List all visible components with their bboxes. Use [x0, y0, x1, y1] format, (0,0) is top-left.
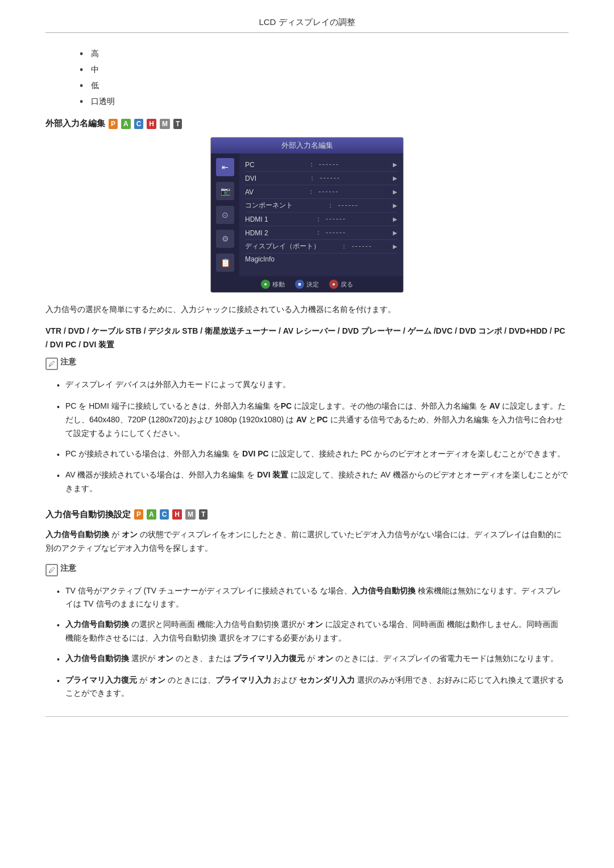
- bullet-item-2: • PC を HDMI 端子に接続しているときは、外部入力名編集 をPC に設定…: [57, 400, 569, 440]
- osd-icon-2: 📷: [216, 182, 234, 200]
- page-title: LCD ディスプレイの調整: [45, 17, 569, 33]
- osd-icon-1: ⇤: [216, 158, 234, 176]
- osd-body: ⇤ 📷 ⊙ ⚙ 📋 PC ： ------ ▶ DVI ： ------ ▶: [211, 153, 403, 276]
- section2-body-text: 入力信号自動切換 が オン の状態でディスプレイをオンにしたとき、前に選択してい…: [45, 528, 569, 555]
- section2-note: 🖊 注意: [45, 563, 569, 576]
- section1-bold-text: VTR / DVD / ケーブル STB / デジタル STB / 衛星放送チュ…: [45, 325, 569, 352]
- list-item: • 口透明: [80, 97, 569, 107]
- osd-footer-icon-green: ●: [261, 280, 270, 289]
- section1-heading: 外部入力名編集 P A C H M T: [45, 118, 569, 129]
- osd-footer-move: ● 移動: [261, 280, 285, 289]
- bullet-mark: •: [57, 448, 60, 462]
- note-icon: 🖊: [45, 358, 58, 370]
- bullet-item-4: • AV 機器が接続されている場合は、外部入力名編集 を DVI 装置 に設定し…: [57, 468, 569, 496]
- osd-row-pc: PC ： ------ ▶: [245, 158, 397, 172]
- osd-row-av: AV ： ------ ▶: [245, 185, 397, 199]
- osd-footer-icon-red: ●: [329, 280, 338, 289]
- osd-footer-icon-blue: ■: [295, 280, 304, 289]
- badge2-m: M: [185, 509, 196, 520]
- bullet-mark: •: [57, 585, 60, 599]
- bullet-mark: •: [57, 401, 60, 414]
- osd-icon-4: ⚙: [216, 230, 234, 248]
- bullet-mark: •: [57, 619, 60, 633]
- section1-body-text: 入力信号の選択を簡単にするために、入力ジャックに接続されている入力機器に名前を付…: [45, 303, 569, 317]
- bullet-dot: •: [80, 81, 83, 91]
- osd-screenshot: 外部入力名編集 ⇤ 📷 ⊙ ⚙ 📋 PC ： ------ ▶ DVI ： --…: [210, 137, 404, 293]
- badge2-c: C: [160, 509, 169, 520]
- top-bullet-list: • 高 • 中 • 低 • 口透明: [80, 49, 569, 107]
- bullet-dot: •: [80, 65, 83, 75]
- bullet-mark: •: [57, 379, 60, 393]
- section1-bullets: • ディスプレイ デバイスは外部入力モードによって異なります。 • PC を H…: [57, 378, 569, 496]
- osd-row-component: コンポーネント ： ------ ▶: [245, 199, 397, 213]
- osd-footer: ● 移動 ■ 決定 ● 戻る: [211, 276, 403, 292]
- bullet-mark: •: [57, 470, 60, 483]
- osd-row-magicinfo: MagicInfo: [245, 254, 397, 265]
- badge2-a: A: [147, 509, 156, 520]
- bullet-dot: •: [80, 97, 83, 107]
- badge2-t: T: [199, 509, 208, 520]
- osd-title-bar: 外部入力名編集: [211, 138, 403, 153]
- osd-icon-3: ⊙: [216, 206, 234, 224]
- s2-bullet-1: • TV 信号がアクティブ (TV チューナーがディスプレイに接続されている な…: [57, 584, 569, 612]
- osd-sidebar: ⇤ 📷 ⊙ ⚙ 📋: [211, 153, 239, 276]
- badge-t: T: [173, 119, 182, 129]
- s2-bullet-3: • 入力信号自動切換 選択が オン のとき、または プライマリ入力復元 が オン…: [57, 652, 569, 667]
- section2-bullets: • TV 信号がアクティブ (TV チューナーがディスプレイに接続されている な…: [57, 584, 569, 701]
- note-label-2: 注意: [60, 563, 76, 574]
- section2-heading: 入力信号自動切換設定 P A C H M T: [45, 509, 569, 520]
- section1-note: 🖊 注意: [45, 357, 569, 370]
- badge2-h: H: [172, 509, 182, 520]
- list-item: • 低: [80, 81, 569, 91]
- list-item: • 中: [80, 65, 569, 75]
- badge-c: C: [134, 119, 144, 129]
- badge-a: A: [121, 119, 131, 129]
- osd-footer-confirm: ■ 決定: [295, 280, 319, 289]
- osd-icon-5: 📋: [216, 254, 234, 272]
- list-item: • 高: [80, 49, 569, 59]
- badge-h: H: [147, 119, 156, 129]
- badge2-p: P: [134, 509, 143, 520]
- badge-m: M: [160, 119, 170, 129]
- section2-heading-text: 入力信号自動切換設定: [45, 509, 131, 520]
- osd-row-hdmi1: HDMI 1 ： ------ ▶: [245, 213, 397, 226]
- bullet-text: 中: [91, 65, 99, 75]
- s2-bullet-2: • 入力信号自動切換 の選択と同時画面 機能:入力信号自動切換 選択が オン に…: [57, 618, 569, 645]
- osd-footer-back: ● 戻る: [329, 280, 353, 289]
- osd-row-dvi: DVI ： ------ ▶: [245, 172, 397, 185]
- osd-row-hdmi2: HDMI 2 ： ------ ▶: [245, 226, 397, 240]
- badge-p: P: [109, 119, 118, 129]
- bullet-text: 低: [91, 81, 99, 91]
- bullet-item-3: • PC が接続されている場合は、外部入力名編集 を DVI PC に設定して、…: [57, 447, 569, 462]
- osd-row-display-port: ディスプレイ（ポート） ： ------ ▶: [245, 240, 397, 254]
- note-icon-2: 🖊: [45, 564, 58, 576]
- bullet-dot: •: [80, 49, 83, 59]
- s2-bullet-4: • プライマリ入力復元 が オン のときには、プライマリ入力 および セカンダリ…: [57, 674, 569, 701]
- osd-content: PC ： ------ ▶ DVI ： ------ ▶ AV ： ------…: [239, 153, 403, 276]
- bullet-text: 高: [91, 49, 99, 59]
- section1-heading-text: 外部入力名編集: [45, 118, 105, 129]
- page-divider: [45, 716, 569, 717]
- bullet-text: 口透明: [91, 97, 115, 107]
- bullet-mark: •: [57, 653, 60, 667]
- bullet-mark: •: [57, 675, 60, 688]
- page-container: LCD ディスプレイの調整 • 高 • 中 • 低 • 口透明 外部入力名編集 …: [0, 0, 614, 758]
- note-label: 注意: [60, 357, 76, 367]
- bullet-item-1: • ディスプレイ デバイスは外部入力モードによって異なります。: [57, 378, 569, 393]
